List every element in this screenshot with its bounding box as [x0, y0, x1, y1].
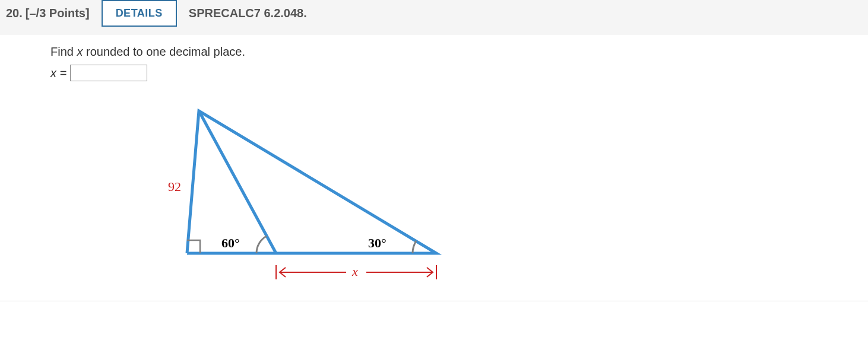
- prompt-before: Find: [50, 45, 77, 58]
- answer-lhs: x =: [50, 66, 66, 80]
- prompt-after: rounded to one decimal place.: [83, 45, 245, 58]
- triangle-figure: 92 60° 30° x: [163, 99, 448, 289]
- side-92-label: 92: [168, 179, 181, 194]
- question-content: Find x rounded to one decimal place. x =…: [0, 34, 868, 301]
- angle60-arc: [256, 236, 267, 253]
- details-button[interactable]: DETAILS: [102, 0, 177, 27]
- question-number: 20. [–/3 Points]: [6, 7, 90, 20]
- answer-input[interactable]: [70, 65, 147, 81]
- prompt-var: x: [77, 45, 83, 58]
- inner-cevian: [199, 111, 276, 253]
- source-ref: SPRECALC7 6.2.048.: [189, 7, 307, 20]
- question-prompt: Find x rounded to one decimal place.: [50, 45, 868, 59]
- outer-triangle: [187, 111, 436, 253]
- question-header: 20. [–/3 Points] DETAILS SPRECALC7 6.2.0…: [0, 0, 868, 34]
- x-dimension: x: [276, 264, 436, 279]
- angle-30-label: 30°: [368, 235, 387, 250]
- points-text: [–/3 Points]: [26, 7, 90, 20]
- answer-row: x =: [50, 65, 868, 81]
- qnum-text: 20.: [6, 7, 23, 20]
- x-dimension-label: x: [351, 264, 358, 279]
- angle-60-label: 60°: [221, 235, 240, 250]
- angle30-arc: [413, 241, 416, 253]
